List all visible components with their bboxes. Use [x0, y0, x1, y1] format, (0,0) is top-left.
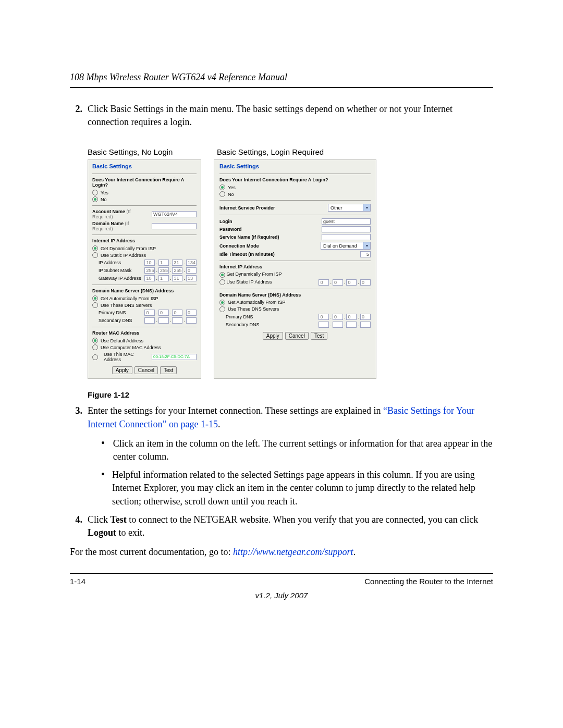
- panel-login: Basic Settings Does Your Internet Connec…: [214, 159, 376, 379]
- domain-input[interactable]: [152, 223, 197, 229]
- radio-dns-auto[interactable]: [92, 295, 98, 301]
- domain-label: Domain Name: [92, 221, 124, 226]
- conn-label: Connection Mode: [219, 243, 259, 249]
- radio-dns-these-b[interactable]: [219, 306, 225, 312]
- password-input[interactable]: [322, 226, 371, 232]
- panel-a-label: Basic Settings, No Login: [88, 147, 192, 156]
- mac-heading: Router MAC Address: [92, 330, 197, 336]
- ip-address-input[interactable]: 10. 1. 31. 134: [144, 260, 197, 266]
- radio-static-ip-b[interactable]: [219, 279, 225, 285]
- secondary-dns-input-b[interactable]: ...: [319, 322, 371, 328]
- account-label: Account Name: [92, 209, 125, 214]
- figure-caption: Figure 1-12: [88, 390, 493, 399]
- cancel-button[interactable]: Cancel: [134, 366, 158, 374]
- page-number: 1-14: [70, 577, 85, 586]
- radio-dynamic-ip-b[interactable]: [219, 272, 225, 278]
- doc-note-a: For the most current documentation, go t…: [70, 547, 233, 557]
- support-link[interactable]: http://www.netgear.com/support: [233, 547, 353, 557]
- panel-a-title: Basic Settings: [92, 163, 197, 169]
- password-label: Password: [219, 227, 242, 232]
- radio-mac-computer[interactable]: [92, 344, 98, 350]
- step-3-text-a: Enter the settings for your Internet con…: [88, 405, 383, 416]
- step-2-num: 2.: [70, 103, 82, 129]
- login-input[interactable]: guest: [322, 218, 371, 225]
- mac-input[interactable]: 00:18:2F:C5:DC:7A: [152, 354, 197, 360]
- dns-heading: Domain Name Server (DNS) Address: [92, 288, 197, 293]
- step-2: 2. Click Basic Settings in the main menu…: [70, 103, 493, 129]
- radio-yes[interactable]: [92, 190, 98, 195]
- footer-rule: [70, 573, 493, 574]
- section-title: Connecting the Router to the Internet: [364, 577, 493, 586]
- step-3-num: 3.: [70, 404, 82, 430]
- idle-input[interactable]: 5: [360, 251, 371, 257]
- subnet-input[interactable]: 255. 255. 255. 0: [144, 267, 197, 274]
- radio-no-b[interactable]: [219, 191, 225, 197]
- service-label: Service Name (If Required): [219, 235, 279, 240]
- header-rule: [70, 87, 493, 88]
- bullet-2: • Helpful information related to the sel…: [101, 468, 493, 508]
- ip-heading-b: Internet IP Address: [219, 264, 371, 269]
- connection-mode-select[interactable]: Dial on Demand ▾: [321, 242, 371, 250]
- yes-label: Yes: [101, 190, 108, 195]
- step-3-text-b: .: [218, 419, 221, 429]
- test-button[interactable]: Test: [160, 366, 177, 374]
- isp-label: Internet Service Provider: [219, 205, 275, 211]
- primary-dns-input-b[interactable]: 0. 0. 0. 0: [319, 314, 371, 320]
- apply-button[interactable]: Apply: [112, 366, 132, 374]
- radio-dns-auto-b[interactable]: [219, 300, 225, 305]
- step-4-num: 4.: [70, 513, 82, 539]
- radio-mac-default[interactable]: [92, 338, 98, 343]
- test-button-b[interactable]: Test: [311, 332, 327, 340]
- radio-yes-b[interactable]: [219, 184, 225, 190]
- secondary-dns-input[interactable]: ...: [144, 317, 197, 324]
- service-input[interactable]: [322, 234, 371, 240]
- account-input[interactable]: WGT624V4: [152, 211, 197, 217]
- step-3: 3. Enter the settings for your Internet …: [70, 404, 493, 430]
- panel-b-title: Basic Settings: [219, 163, 371, 169]
- radio-dns-these[interactable]: [92, 302, 98, 308]
- login-question-b: Does Your Internet Connection Require A …: [219, 177, 371, 182]
- cancel-button-b[interactable]: Cancel: [285, 332, 309, 340]
- isp-select[interactable]: Other ▾: [328, 204, 371, 212]
- dns-heading-b: Domain Name Server (DNS) Address: [219, 292, 371, 298]
- gateway-input[interactable]: 10. 1. 31. 13: [144, 275, 197, 281]
- chevron-down-icon: ▾: [363, 204, 370, 211]
- radio-static-ip[interactable]: [92, 252, 98, 258]
- idle-label: Idle Timeout (In Minutes): [219, 252, 275, 257]
- primary-dns-input[interactable]: 0. 0. 0. 0: [144, 310, 197, 316]
- version-text: v1.2, July 2007: [70, 591, 493, 600]
- login-question: Does Your Internet Connection Require A …: [92, 177, 197, 188]
- radio-dynamic-ip[interactable]: [92, 245, 98, 251]
- radio-no[interactable]: [92, 196, 98, 202]
- login-label: Login: [219, 219, 232, 224]
- no-label: No: [101, 197, 107, 202]
- manual-header: 108 Mbps Wireless Router WGT624 v4 Refer…: [70, 72, 493, 83]
- static-ip-input-b[interactable]: 0. 0. 0. 0: [319, 279, 371, 286]
- apply-button-b[interactable]: Apply: [263, 332, 283, 340]
- step-2-text: Click Basic Settings in the main menu. T…: [88, 103, 493, 129]
- panel-nologin: Basic Settings Does Your Internet Connec…: [88, 159, 201, 379]
- chevron-down-icon: ▾: [363, 242, 370, 249]
- ip-heading: Internet IP Address: [92, 238, 197, 243]
- bullet-1: • Click an item in the column on the lef…: [101, 437, 493, 463]
- step-4: 4. Click Test to connect to the NETGEAR …: [70, 513, 493, 539]
- panel-b-label: Basic Settings, Login Required: [217, 147, 324, 156]
- radio-mac-this[interactable]: [92, 354, 98, 360]
